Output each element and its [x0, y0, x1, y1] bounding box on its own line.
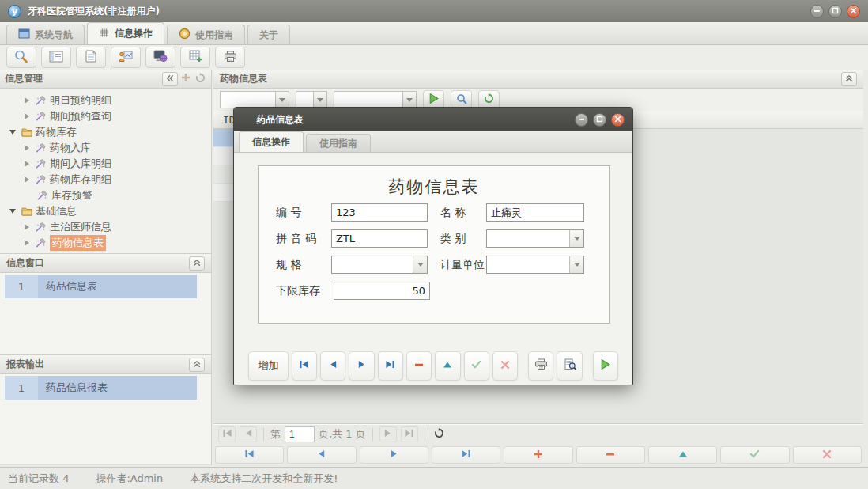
collapse-arrow-icon[interactable]	[9, 130, 16, 135]
filter-combo-2-input[interactable]	[296, 91, 313, 108]
record-prev-button[interactable]	[287, 446, 356, 464]
min-stock-field[interactable]	[334, 282, 430, 300]
prev-record-button[interactable]	[320, 351, 345, 381]
tree-item-period-appointment-query[interactable]: 期间预约查询	[0, 108, 211, 124]
record-cancel-button[interactable]	[793, 446, 862, 464]
expand-arrow-icon[interactable]	[25, 240, 29, 246]
tree-folder-drug-inventory[interactable]: 药物库存	[0, 124, 211, 140]
list-item-drug-info-report[interactable]: 1 药品信息报表	[5, 376, 197, 400]
expand-arrow-icon[interactable]	[25, 97, 29, 104]
record-last-button[interactable]	[432, 446, 500, 464]
minimize-button[interactable]	[810, 5, 824, 18]
expand-arrow-icon[interactable]	[25, 224, 29, 230]
tree-item-stock-warning[interactable]: 库存预警	[0, 188, 211, 203]
info-ops-icon	[99, 28, 110, 40]
first-record-button[interactable]	[292, 351, 317, 381]
print-preview-button[interactable]	[557, 351, 582, 381]
tree-item-label: 明日预约明细	[50, 93, 111, 108]
unit-dropdown-button[interactable]	[569, 256, 583, 273]
list-item-number: 1	[5, 275, 38, 298]
refresh-button[interactable]	[194, 73, 206, 85]
list-item-label: 药品信息报表	[38, 376, 197, 400]
collapse-panel-button[interactable]	[841, 72, 857, 86]
next-page-button[interactable]	[379, 426, 397, 442]
pinyin-field[interactable]	[331, 229, 428, 248]
expand-arrow-icon[interactable]	[25, 161, 29, 167]
add-record-button[interactable]: 增加	[248, 351, 289, 381]
tree-item-drug-inbound[interactable]: 药物入库	[0, 140, 211, 156]
search-tool-button[interactable]	[6, 47, 36, 68]
record-next-button[interactable]	[360, 446, 428, 464]
reload-page-button[interactable]	[433, 428, 446, 441]
expand-arrow-icon[interactable]	[25, 145, 29, 151]
monitor-tool-button[interactable]	[145, 47, 175, 68]
close-button[interactable]	[847, 5, 860, 18]
tab-user-guide[interactable]: 使用指南	[167, 25, 245, 44]
document-tool-button[interactable]	[76, 47, 106, 68]
tree-item-period-inbound-detail[interactable]: 期间入库明细	[0, 156, 211, 172]
main-panel-title: 药物信息表	[220, 72, 267, 85]
expand-arrow-icon[interactable]	[25, 113, 29, 119]
chevron-down-icon	[406, 98, 413, 102]
execute-button[interactable]	[593, 351, 618, 381]
category-dropdown-button[interactable]	[569, 230, 583, 247]
report-leaf-icon	[35, 238, 47, 248]
name-field[interactable]	[486, 203, 584, 222]
expand-arrow-icon[interactable]	[25, 176, 29, 183]
report-leaf-icon	[35, 143, 47, 153]
record-edit-button[interactable]	[648, 446, 717, 464]
code-field[interactable]	[331, 203, 428, 222]
app-window: { "titlebar": { "logo": "y", "title": "牙…	[0, 0, 868, 489]
record-delete-button[interactable]	[576, 446, 645, 464]
page-number-input[interactable]	[285, 426, 315, 442]
prev-page-button[interactable]	[240, 426, 257, 442]
first-page-button[interactable]	[218, 426, 236, 442]
tree-folder-basic-info[interactable]: 基础信息	[0, 203, 211, 219]
filter-combo-2-dropdown[interactable]	[313, 91, 327, 108]
filter-combo-1-input[interactable]	[220, 91, 275, 108]
tab-system-nav[interactable]: 系统导航	[6, 25, 85, 44]
status-bar: 当前记录数 4 操作者:Admin 本系统支持二次开发和全新开发!	[0, 467, 868, 489]
user-chart-tool-button[interactable]	[111, 47, 141, 68]
filter-combo-3-dropdown[interactable]	[402, 91, 417, 108]
record-first-button[interactable]	[215, 446, 284, 464]
filter-combo-1-dropdown[interactable]	[275, 91, 289, 108]
edit-record-button[interactable]	[435, 351, 460, 381]
confirm-button[interactable]	[464, 351, 489, 381]
spec-dropdown-button[interactable]	[413, 256, 427, 273]
dialog-maximize-button[interactable]	[593, 113, 606, 127]
next-record-button[interactable]	[349, 351, 374, 381]
tab-about[interactable]: 关于	[247, 25, 290, 44]
collapse-report-output-button[interactable]	[189, 358, 205, 372]
collapse-info-window-button[interactable]	[189, 256, 205, 271]
dialog-tab-user-guide[interactable]: 使用指南	[306, 134, 371, 152]
dialog-minimize-button[interactable]	[575, 113, 588, 127]
record-confirm-button[interactable]	[720, 446, 789, 464]
tree-item-tomorrow-appointments[interactable]: 明日预约明细	[0, 93, 211, 108]
form-tool-button[interactable]	[41, 47, 71, 68]
delete-record-button[interactable]	[406, 351, 432, 381]
tab-label: 系统导航	[35, 28, 73, 42]
dialog-tab-info-ops[interactable]: 信息操作	[239, 131, 304, 152]
tree-item-drug-info-table[interactable]: 药物信息表	[0, 235, 211, 251]
last-page-button[interactable]	[401, 426, 418, 442]
dialog-close-button[interactable]	[611, 113, 625, 127]
last-record-button[interactable]	[378, 351, 403, 381]
drug-info-dialog: 药品信息表 信息操作 使用指南 药物信息表 编 号 名 称 拼 音 码 类 别	[233, 107, 633, 385]
tree-item-attending-doctor-info[interactable]: 主治医师信息	[0, 219, 211, 235]
filter-combo-3-input[interactable]	[334, 91, 402, 108]
collapse-sidebar-button[interactable]	[162, 72, 178, 86]
document-icon	[85, 50, 96, 65]
collapse-arrow-icon[interactable]	[9, 209, 16, 214]
cancel-button[interactable]	[492, 351, 518, 381]
list-item-drug-info-form[interactable]: 1 药品信息表	[5, 275, 197, 298]
printer-tool-button[interactable]	[215, 47, 245, 68]
sidebar-header: 信息管理	[0, 70, 211, 89]
maximize-button[interactable]	[828, 5, 842, 18]
add-button[interactable]	[179, 73, 192, 85]
tree-item-drug-stock-detail[interactable]: 药物库存明细	[0, 172, 211, 188]
tab-info-ops[interactable]: 信息操作	[87, 22, 164, 44]
print-button[interactable]	[528, 351, 553, 381]
record-add-button[interactable]	[504, 446, 572, 464]
table-add-tool-button[interactable]	[180, 47, 210, 68]
